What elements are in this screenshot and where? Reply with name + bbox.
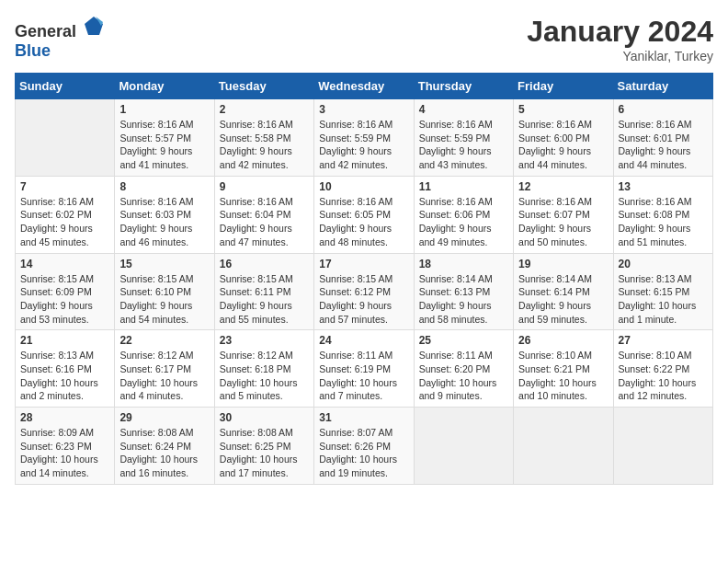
day-info: Sunrise: 8:16 AMSunset: 6:03 PMDaylight:…: [119, 195, 209, 249]
day-cell: [613, 408, 712, 485]
day-info: Sunrise: 8:12 AMSunset: 6:17 PMDaylight:…: [119, 349, 209, 403]
day-number: 18: [419, 258, 508, 270]
col-header-sunday: Sunday: [16, 74, 115, 99]
day-number: 6: [619, 103, 708, 116]
day-number: 25: [419, 334, 508, 347]
day-cell: 27Sunrise: 8:10 AMSunset: 6:22 PMDayligh…: [613, 330, 712, 408]
day-number: 20: [619, 258, 708, 270]
day-cell: 12Sunrise: 8:16 AMSunset: 6:07 PMDayligh…: [514, 176, 613, 253]
day-number: 17: [319, 258, 408, 270]
day-cell: 6Sunrise: 8:16 AMSunset: 6:01 PMDaylight…: [613, 99, 712, 177]
day-cell: 11Sunrise: 8:16 AMSunset: 6:06 PMDayligh…: [414, 176, 513, 253]
day-info: Sunrise: 8:16 AMSunset: 6:01 PMDaylight:…: [619, 118, 708, 172]
day-info: Sunrise: 8:16 AMSunset: 6:06 PMDaylight:…: [419, 195, 508, 249]
day-info: Sunrise: 8:07 AMSunset: 6:26 PMDaylight:…: [319, 426, 408, 480]
day-cell: 1Sunrise: 8:16 AMSunset: 5:57 PMDaylight…: [115, 99, 214, 177]
title-block: January 2024 Yaniklar, Turkey: [527, 15, 713, 63]
day-number: 10: [319, 180, 408, 193]
col-header-saturday: Saturday: [613, 74, 712, 99]
week-row-2: 7Sunrise: 8:16 AMSunset: 6:02 PMDaylight…: [16, 176, 713, 253]
logo-blue: Blue: [15, 41, 51, 60]
day-info: Sunrise: 8:16 AMSunset: 5:57 PMDaylight:…: [119, 118, 209, 172]
day-cell: 25Sunrise: 8:11 AMSunset: 6:20 PMDayligh…: [414, 330, 513, 408]
calendar-table: SundayMondayTuesdayWednesdayThursdayFrid…: [15, 73, 713, 485]
col-header-monday: Monday: [115, 74, 214, 99]
day-cell: 22Sunrise: 8:12 AMSunset: 6:17 PMDayligh…: [115, 330, 214, 408]
day-cell: 18Sunrise: 8:14 AMSunset: 6:13 PMDayligh…: [414, 253, 513, 330]
day-info: Sunrise: 8:09 AMSunset: 6:23 PMDaylight:…: [20, 426, 109, 480]
day-cell: 31Sunrise: 8:07 AMSunset: 6:26 PMDayligh…: [314, 408, 414, 485]
day-info: Sunrise: 8:16 AMSunset: 6:00 PMDaylight:…: [518, 118, 608, 172]
svg-marker-0: [85, 17, 103, 35]
day-info: Sunrise: 8:10 AMSunset: 6:21 PMDaylight:…: [518, 349, 608, 403]
day-number: 22: [119, 334, 209, 347]
day-info: Sunrise: 8:16 AMSunset: 6:04 PMDaylight:…: [220, 195, 309, 249]
calendar-header-row: SundayMondayTuesdayWednesdayThursdayFrid…: [16, 74, 713, 99]
col-header-thursday: Thursday: [414, 74, 513, 99]
day-info: Sunrise: 8:13 AMSunset: 6:16 PMDaylight:…: [20, 349, 109, 403]
day-info: Sunrise: 8:11 AMSunset: 6:19 PMDaylight:…: [319, 349, 408, 403]
week-row-3: 14Sunrise: 8:15 AMSunset: 6:09 PMDayligh…: [16, 253, 713, 330]
subtitle: Yaniklar, Turkey: [527, 49, 713, 63]
page-header: General Blue January 2024 Yaniklar, Turk…: [15, 15, 713, 63]
day-info: Sunrise: 8:16 AMSunset: 5:58 PMDaylight:…: [220, 118, 309, 172]
day-number: 21: [20, 334, 109, 347]
day-info: Sunrise: 8:08 AMSunset: 6:25 PMDaylight:…: [220, 426, 309, 480]
day-info: Sunrise: 8:14 AMSunset: 6:14 PMDaylight:…: [518, 272, 608, 327]
day-info: Sunrise: 8:15 AMSunset: 6:10 PMDaylight:…: [119, 272, 209, 327]
day-number: 7: [20, 180, 109, 193]
day-number: 24: [319, 334, 408, 347]
day-info: Sunrise: 8:16 AMSunset: 5:59 PMDaylight:…: [319, 118, 408, 172]
day-cell: [414, 408, 513, 485]
day-cell: 16Sunrise: 8:15 AMSunset: 6:11 PMDayligh…: [214, 253, 313, 330]
day-number: 16: [220, 258, 309, 270]
col-header-friday: Friday: [514, 74, 613, 99]
day-info: Sunrise: 8:11 AMSunset: 6:20 PMDaylight:…: [419, 349, 508, 403]
week-row-1: 1Sunrise: 8:16 AMSunset: 5:57 PMDaylight…: [16, 99, 713, 177]
day-info: Sunrise: 8:15 AMSunset: 6:12 PMDaylight:…: [319, 272, 408, 327]
day-number: 8: [119, 180, 209, 193]
day-number: 19: [518, 258, 608, 270]
day-number: 12: [518, 180, 608, 193]
day-number: 15: [119, 258, 209, 270]
day-number: 13: [619, 180, 708, 193]
day-cell: 4Sunrise: 8:16 AMSunset: 5:59 PMDaylight…: [414, 99, 513, 177]
day-number: 31: [319, 411, 408, 424]
week-row-4: 21Sunrise: 8:13 AMSunset: 6:16 PMDayligh…: [16, 330, 713, 408]
logo-text: General Blue: [15, 15, 105, 61]
col-header-wednesday: Wednesday: [314, 74, 414, 99]
day-number: 1: [119, 103, 209, 116]
day-cell: 8Sunrise: 8:16 AMSunset: 6:03 PMDaylight…: [115, 176, 214, 253]
day-cell: [514, 408, 613, 485]
day-cell: 26Sunrise: 8:10 AMSunset: 6:21 PMDayligh…: [514, 330, 613, 408]
day-info: Sunrise: 8:08 AMSunset: 6:24 PMDaylight:…: [119, 426, 209, 480]
day-number: 2: [220, 103, 309, 116]
day-info: Sunrise: 8:12 AMSunset: 6:18 PMDaylight:…: [220, 349, 309, 403]
logo: General Blue: [15, 15, 105, 61]
day-info: Sunrise: 8:16 AMSunset: 6:08 PMDaylight:…: [619, 195, 708, 249]
day-cell: 13Sunrise: 8:16 AMSunset: 6:08 PMDayligh…: [613, 176, 712, 253]
day-info: Sunrise: 8:13 AMSunset: 6:15 PMDaylight:…: [619, 272, 708, 327]
day-cell: 7Sunrise: 8:16 AMSunset: 6:02 PMDaylight…: [16, 176, 115, 253]
logo-icon: [83, 15, 105, 37]
day-cell: 29Sunrise: 8:08 AMSunset: 6:24 PMDayligh…: [115, 408, 214, 485]
day-cell: [16, 99, 115, 177]
day-number: 27: [619, 334, 708, 347]
day-info: Sunrise: 8:14 AMSunset: 6:13 PMDaylight:…: [419, 272, 508, 327]
day-cell: 14Sunrise: 8:15 AMSunset: 6:09 PMDayligh…: [16, 253, 115, 330]
day-number: 4: [419, 103, 508, 116]
day-number: 28: [20, 411, 109, 424]
day-info: Sunrise: 8:16 AMSunset: 5:59 PMDaylight:…: [419, 118, 508, 172]
day-number: 23: [220, 334, 309, 347]
day-cell: 21Sunrise: 8:13 AMSunset: 6:16 PMDayligh…: [16, 330, 115, 408]
day-cell: 5Sunrise: 8:16 AMSunset: 6:00 PMDaylight…: [514, 99, 613, 177]
day-number: 14: [20, 258, 109, 270]
day-number: 29: [119, 411, 209, 424]
day-cell: 15Sunrise: 8:15 AMSunset: 6:10 PMDayligh…: [115, 253, 214, 330]
day-cell: 28Sunrise: 8:09 AMSunset: 6:23 PMDayligh…: [16, 408, 115, 485]
day-cell: 3Sunrise: 8:16 AMSunset: 5:59 PMDaylight…: [314, 99, 414, 177]
day-info: Sunrise: 8:16 AMSunset: 6:02 PMDaylight:…: [20, 195, 109, 249]
day-cell: 23Sunrise: 8:12 AMSunset: 6:18 PMDayligh…: [214, 330, 313, 408]
day-info: Sunrise: 8:15 AMSunset: 6:11 PMDaylight:…: [220, 272, 309, 327]
day-cell: 24Sunrise: 8:11 AMSunset: 6:19 PMDayligh…: [314, 330, 414, 408]
